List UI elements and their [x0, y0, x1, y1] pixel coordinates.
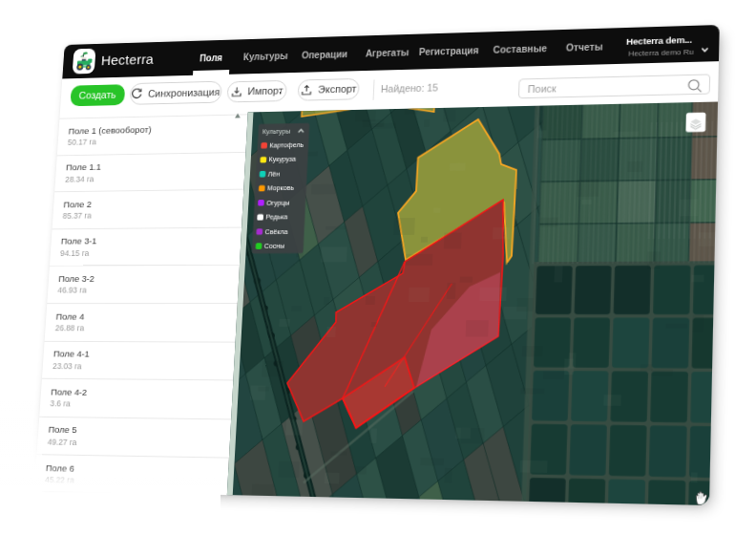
svg-text:Огурцы: Огурцы: [266, 199, 290, 207]
svg-text:Свёкла: Свёкла: [264, 227, 288, 235]
svg-text:Редька: Редька: [265, 213, 288, 222]
svg-text:Лён: Лён: [268, 170, 281, 178]
svg-text:Сосны: Сосны: [264, 242, 285, 249]
